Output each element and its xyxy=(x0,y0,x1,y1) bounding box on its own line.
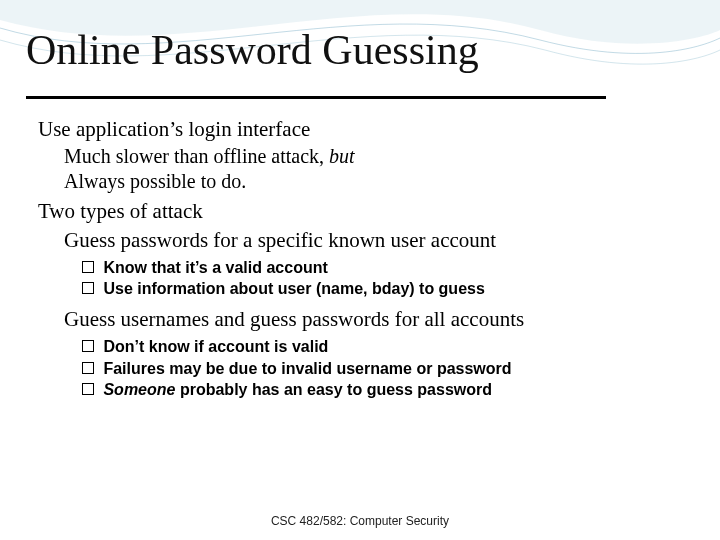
checkbox-icon xyxy=(82,383,94,395)
bullet-group-b: Don’t know if account is valid Failures … xyxy=(82,336,690,401)
title-underline xyxy=(26,96,606,99)
checkbox-icon xyxy=(82,261,94,273)
point-1: Use application’s login interface xyxy=(38,116,690,142)
slide-title: Online Password Guessing xyxy=(26,26,479,74)
checkbox-icon xyxy=(82,340,94,352)
point-1-sub-a: Much slower than offline attack, but xyxy=(64,144,690,169)
slide-footer: CSC 482/582: Computer Security xyxy=(0,514,720,528)
checkbox-icon xyxy=(82,282,94,294)
slide-body: Use application’s login interface Much s… xyxy=(38,116,690,407)
point-2: Two types of attack xyxy=(38,198,690,224)
bullet-group-a: Know that it’s a valid account Use infor… xyxy=(82,257,690,300)
checkbox-icon xyxy=(82,362,94,374)
point-2-sub-b: Guess usernames and guess passwords for … xyxy=(64,306,690,332)
point-1-sub-b: Always possible to do. xyxy=(64,169,690,194)
point-2-sub-a: Guess passwords for a specific known use… xyxy=(64,227,690,253)
